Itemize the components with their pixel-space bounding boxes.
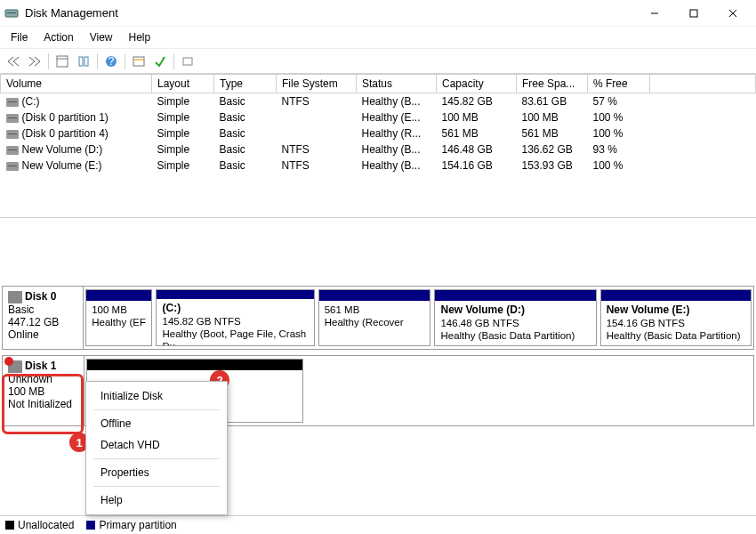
drive-icon <box>6 114 19 123</box>
cell: (Disk 0 partition 4) <box>1 125 152 142</box>
help-icon[interactable]: ? <box>101 52 121 71</box>
cell: 100 % <box>588 125 650 142</box>
ctx-separator <box>93 458 220 459</box>
partition-color-bar <box>601 290 751 301</box>
svg-rect-8 <box>79 57 83 66</box>
column-header[interactable] <box>650 75 756 93</box>
context-menu: Initialize Disk Offline Detach VHD Prope… <box>85 381 228 515</box>
ctx-help[interactable]: Help <box>86 490 227 511</box>
cell: New Volume (D:) <box>1 142 152 158</box>
cell: 100 % <box>588 109 650 125</box>
volume-row[interactable]: (Disk 0 partition 4)SimpleBasicHealthy (… <box>1 125 756 142</box>
ctx-initialize-disk[interactable]: Initialize Disk <box>86 385 227 407</box>
forward-button[interactable] <box>25 52 44 71</box>
cell: Basic <box>214 142 277 158</box>
splitter-gap[interactable] <box>0 218 756 286</box>
cell: Healthy (E... <box>357 109 437 125</box>
column-header[interactable]: Free Spa... <box>517 75 588 93</box>
column-header[interactable]: % Free <box>588 75 650 93</box>
cell: Healthy (B... <box>357 93 437 110</box>
cell: Healthy (B... <box>357 142 437 158</box>
cell: 561 MB <box>517 125 588 142</box>
menu-file[interactable]: File <box>4 28 35 46</box>
partition-block[interactable]: (C:)145.82 GB NTFSHealthy (Boot, Page Fi… <box>156 289 314 346</box>
maximize-button[interactable] <box>674 1 713 26</box>
partition-block[interactable]: 561 MBHealthy (Recover <box>318 289 431 346</box>
column-header[interactable]: Volume <box>1 75 152 93</box>
cell: NTFS <box>277 93 357 110</box>
partition-info: New Volume (D:)146.48 GB NTFSHealthy (Ba… <box>435 301 595 345</box>
cell: 83.61 GB <box>517 93 588 110</box>
swatch-unallocated <box>5 521 14 530</box>
svg-rect-6 <box>57 56 68 67</box>
partition-info: (C:)145.82 GB NTFSHealthy (Boot, Page Fi… <box>157 299 313 345</box>
menu-bar: File Action View Help <box>0 27 756 49</box>
minimize-button[interactable] <box>635 1 674 26</box>
volume-row[interactable]: New Volume (D:)SimpleBasicNTFSHealthy (B… <box>1 142 756 158</box>
volume-table: VolumeLayoutTypeFile SystemStatusCapacit… <box>0 74 756 174</box>
volume-row[interactable]: (Disk 0 partition 1)SimpleBasicHealthy (… <box>1 109 756 125</box>
cell: Healthy (B... <box>357 158 437 174</box>
menu-help[interactable]: Help <box>122 28 158 46</box>
toolbar-btn-5[interactable] <box>178 52 197 71</box>
partition-color-bar <box>435 290 595 301</box>
toolbar-btn-2[interactable] <box>74 52 93 71</box>
partition-info: 100 MBHealthy (EF <box>86 301 151 332</box>
cell: Basic <box>214 125 277 142</box>
toolbar: ? <box>0 49 756 74</box>
svg-rect-3 <box>690 10 697 17</box>
cell <box>650 142 756 158</box>
partition-color-bar <box>157 290 313 299</box>
toolbar-btn-4[interactable] <box>150 52 170 71</box>
toolbar-separator <box>173 53 174 69</box>
toolbar-btn-3[interactable] <box>129 52 149 71</box>
column-header[interactable]: Layout <box>152 75 214 93</box>
ctx-properties[interactable]: Properties <box>86 462 227 483</box>
toolbar-separator <box>125 53 125 69</box>
ctx-detach-vhd[interactable]: Detach VHD <box>86 434 227 456</box>
partition-block[interactable]: 100 MBHealthy (EF <box>85 289 152 346</box>
cell: Simple <box>152 142 214 158</box>
partition-block[interactable]: New Volume (E:)154.16 GB NTFSHealthy (Ba… <box>600 289 752 346</box>
cell: 100 MB <box>517 109 588 125</box>
legend-label: Primary partition <box>99 519 176 531</box>
ctx-offline[interactable]: Offline <box>86 413 227 434</box>
cell: (C:) <box>1 93 152 110</box>
title-bar: Disk Management <box>0 0 756 27</box>
cell: 154.16 GB <box>437 158 517 174</box>
cell: Simple <box>152 125 214 142</box>
cell <box>277 109 357 125</box>
volume-row[interactable]: (C:)SimpleBasicNTFSHealthy (B...145.82 G… <box>1 93 756 110</box>
volume-row[interactable]: New Volume (E:)SimpleBasicNTFSHealthy (B… <box>1 158 756 174</box>
cell: 561 MB <box>437 125 517 142</box>
partition-color-bar <box>87 360 302 370</box>
column-header[interactable]: Capacity <box>437 75 517 93</box>
cell: New Volume (E:) <box>1 158 152 174</box>
cell <box>650 125 756 142</box>
drive-icon <box>6 98 19 107</box>
drive-icon <box>6 146 19 155</box>
back-button[interactable] <box>4 52 23 71</box>
svg-rect-14 <box>183 58 192 65</box>
partition-color-bar <box>86 290 151 301</box>
column-header[interactable]: Type <box>214 75 277 93</box>
disk-panel: Disk 0Basic447.12 GBOnline100 MBHealthy … <box>2 286 754 350</box>
close-button[interactable] <box>713 1 752 26</box>
legend: Unallocated Primary partition <box>0 515 756 534</box>
svg-rect-1 <box>7 12 16 13</box>
volume-list[interactable]: VolumeLayoutTypeFile SystemStatusCapacit… <box>0 74 756 218</box>
partition-block[interactable]: New Volume (D:)146.48 GB NTFSHealthy (Ba… <box>434 289 596 346</box>
disk-icon <box>8 360 22 373</box>
disk-label[interactable]: Disk 0Basic447.12 GBOnline <box>3 287 84 349</box>
cell: (Disk 0 partition 1) <box>1 109 152 125</box>
toolbar-separator <box>48 53 49 69</box>
menu-action[interactable]: Action <box>36 28 80 46</box>
menu-view[interactable]: View <box>83 28 120 46</box>
column-header[interactable]: Status <box>357 75 437 93</box>
cell: NTFS <box>277 142 357 158</box>
cell <box>650 109 756 125</box>
disk-label[interactable]: Disk 1Unknown100 MBNot Initialized <box>3 356 84 425</box>
cell: 146.48 GB <box>437 142 517 158</box>
toolbar-btn-1[interactable] <box>52 52 72 71</box>
column-header[interactable]: File System <box>277 75 357 93</box>
